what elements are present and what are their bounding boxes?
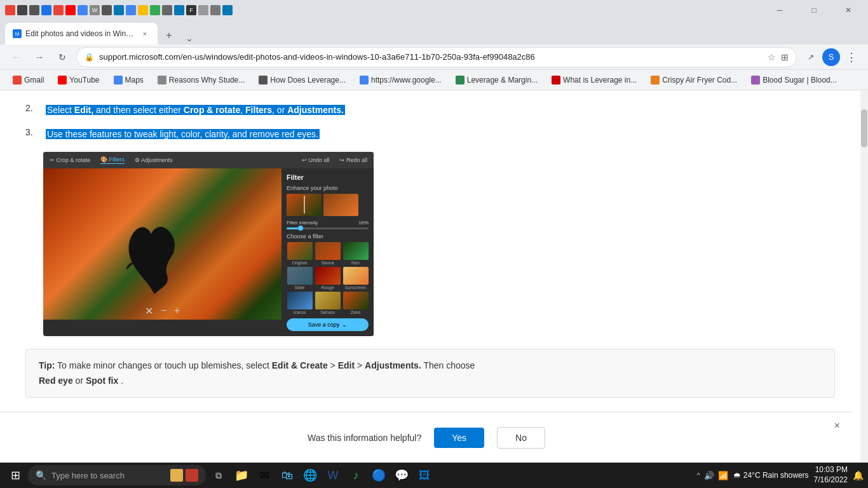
bookmark-what-leverage[interactable]: What is Leverage in... [546,74,642,86]
titlebar-favicon-5 [53,5,64,15]
titlebar-favicon-3 [29,5,39,15]
taskbar-task-view[interactable]: ⧉ [208,465,229,485]
taskbar-word[interactable]: W [323,465,343,485]
feedback-no-button[interactable]: No [497,427,545,449]
filter-thumb-slate [287,267,313,285]
titlebar-favicon-2 [17,5,27,15]
search-placeholder: Type here to search [51,471,125,480]
filter-slate: Slate [287,267,313,290]
choose-filter-label: Choose a filter [287,233,369,240]
bookmark-favicon-gmail [13,76,22,85]
save-copy-button[interactable]: Save a copy ⌄ [287,318,369,331]
titlebar-favicon-9 [102,5,112,15]
titlebar-favicon-14 [162,5,172,15]
taskbar-mail[interactable]: ✉ [254,465,275,485]
filter-thumb-neo [343,242,369,260]
bookmark-bloodsugar[interactable]: Blood Sugar | Blood... [746,74,842,86]
enhance-thumb-1 [287,194,322,216]
filter-thumb-sahara [315,292,341,309]
tab-favicon: M [13,29,22,38]
taskbar-chrome[interactable]: 🔵 [369,465,389,485]
active-tab[interactable]: M Edit photos and videos in Windows 10 × [5,23,158,44]
extensions-icon[interactable]: ⊞ [781,52,789,62]
feedback-yes-button[interactable]: Yes [434,428,484,448]
tab-list-button[interactable]: ⌄ [183,32,196,44]
bookmarks-bar: Gmail YouTube Maps Reasons Why Stude... … [0,70,868,90]
systray-network[interactable]: 📶 [718,471,728,480]
tip-red-eye: Red eye [39,376,73,386]
intensity-label: Filter intensity 16% [287,220,369,226]
bookmark-reasons[interactable]: Reasons Why Stude... [153,74,250,86]
save-copy-label: Save a copy [308,322,340,328]
titlebar-favicon-6 [65,5,76,15]
notification-button[interactable]: 🔔 [853,465,863,485]
bookmark-lev-margin[interactable]: Leverage & Margin... [451,74,543,86]
tip-text-1: To make minor changes or touch up blemis… [57,360,272,370]
taskbar-edge[interactable]: 🌐 [300,465,320,485]
bookmark-airfryer[interactable]: Crispy Air Fryer Cod... [646,74,742,86]
refresh-button[interactable]: ↻ [53,48,71,66]
taskbar-weather[interactable]: 🌧 24°C Rain showers [733,471,809,480]
filter-grid: Original Sauna Neo Slate [287,242,369,315]
bookmark-star-icon[interactable]: ☆ [768,52,776,62]
bookmark-favicon-airfryer [651,76,660,85]
close-button[interactable]: ✕ [834,1,863,19]
feedback-close-button[interactable]: × [834,420,840,431]
page-content-area: 2. Select Edit, and then select either C… [0,90,868,463]
share-button[interactable]: ↗ [802,48,820,66]
editor-photo-controls: ✕ − + [145,305,180,317]
back-button[interactable]: ← [8,48,25,66]
toolbar-actions: ↗ S ⋮ [802,48,860,66]
menu-button[interactable]: ⋮ [843,48,860,66]
browser-window: W F ─ □ ✕ M Edit photos and vi [0,0,868,488]
filter-name-sunscreen: Sunscreen [345,285,366,290]
bookmark-gmail[interactable]: Gmail [8,74,49,86]
editor-toolbar: ✂ Crop & rotate 🎨 Filters ⚙ Adjustments … [43,152,374,168]
taskbar-store[interactable]: 🛍 [277,465,297,485]
systray-caret[interactable]: ^ [697,471,700,479]
titlebar-favicon-10 [114,5,124,15]
titlebar-favicon-18 [210,5,220,15]
titlebar-favicon-gmail [5,5,15,15]
tip-period: . [121,376,123,386]
minimize-button[interactable]: ─ [765,1,794,19]
new-tab-button[interactable]: + [160,27,178,44]
filter-neo: Neo [342,242,369,265]
taskbar-photos[interactable]: 🖼 [414,465,435,485]
filter-name-icarus: Icarus [294,310,306,315]
start-button[interactable]: ⊞ [5,465,25,485]
filter-rouge: Rouge [315,267,341,290]
taskbar-time[interactable]: 10:03 PM 7/16/2022 [814,465,848,485]
forward-button[interactable]: → [31,48,48,66]
profile-button[interactable]: S [822,48,840,66]
tab-close-button[interactable]: × [140,29,150,39]
bookmark-youtube[interactable]: YouTube [53,74,104,86]
taskbar-search[interactable]: 🔍 Type here to search [28,465,206,485]
maximize-button[interactable]: □ [799,1,829,19]
bookmark-google[interactable]: https://www.google... [355,74,447,86]
filter-thumb-rouge [315,267,341,285]
bookmark-label-google: https://www.google... [371,76,442,85]
editor-photo: ✕ − + [43,168,281,320]
filter-name-rouge: Rouge [321,285,334,290]
taskbar-search-icon-2 [186,469,198,482]
bookmark-maps[interactable]: Maps [109,74,149,86]
address-bar[interactable]: 🔒 support.microsoft.com/en-us/windows/ed… [76,47,797,67]
bird-silhouette [126,224,183,294]
tip-or: or [76,376,86,386]
bookmark-leverage[interactable]: How Does Leverage... [254,74,351,86]
filter-thumb-sunscreen [343,267,369,285]
editor-tab-crop: ✂ Crop & rotate [50,157,90,163]
filter-panel-title: Filter [287,173,369,181]
enhance-title: Enhance your photo [287,185,369,191]
step-2-number: 2. [25,103,38,113]
taskbar-whatsapp[interactable]: 💬 [391,465,412,485]
taskbar-file-explorer[interactable]: 📁 [231,465,252,485]
filter-icarus: Icarus [287,292,313,315]
bookmark-favicon-leverage [259,76,268,85]
titlebar-favicon-7 [78,5,88,15]
scrollbar-thumb[interactable] [861,109,867,147]
systray-volume[interactable]: 🔊 [704,471,714,480]
taskbar-spotify[interactable]: ♪ [346,465,366,485]
step-2-text: Select Edit, and then select either Crop… [46,103,345,117]
